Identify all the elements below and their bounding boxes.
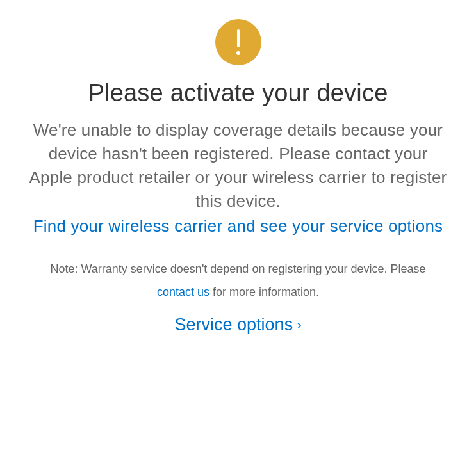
chevron-right-icon: › <box>297 318 301 332</box>
body-message: We're unable to display coverage details… <box>27 118 450 213</box>
svg-point-1 <box>236 51 240 55</box>
warranty-note: Note: Warranty service doesn't depend on… <box>33 257 443 303</box>
page-heading: Please activate your device <box>88 79 388 107</box>
service-options-label: Service options <box>175 315 293 335</box>
note-prefix: Note: Warranty service doesn't depend on… <box>50 262 425 275</box>
exclamation-icon <box>235 28 242 56</box>
alert-icon <box>215 19 261 65</box>
contact-us-link[interactable]: contact us <box>157 286 209 298</box>
svg-rect-0 <box>237 29 240 47</box>
service-options-link[interactable]: Service options › <box>175 315 302 335</box>
note-suffix: for more information. <box>209 286 319 298</box>
find-carrier-link[interactable]: Find your wireless carrier and see your … <box>33 214 443 238</box>
